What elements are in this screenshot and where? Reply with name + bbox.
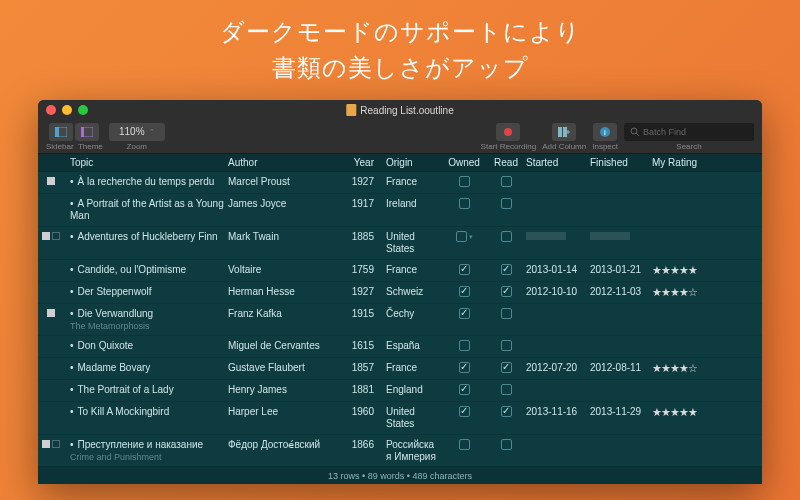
table-row[interactable]: To Kill A MockingbirdHarper Lee1960Unite… [38, 402, 762, 435]
owned-checkbox[interactable] [459, 176, 470, 187]
started-cell: 2013-11-16 [526, 406, 590, 417]
rating-cell[interactable]: ★★★★☆ [652, 286, 742, 299]
drag-handle-icon [42, 440, 50, 448]
read-checkbox[interactable] [501, 406, 512, 417]
year-cell: 1915 [344, 308, 380, 319]
read-checkbox[interactable] [501, 176, 512, 187]
read-checkbox[interactable] [501, 264, 512, 275]
owned-checkbox[interactable] [459, 286, 470, 297]
theme-button[interactable] [75, 123, 99, 141]
close-icon[interactable] [46, 105, 56, 115]
table-row[interactable]: Der SteppenwolfHerman Hesse1927Schweiz20… [38, 282, 762, 304]
rating-cell[interactable]: ★★★★★ [652, 406, 742, 419]
zoom-window-icon[interactable] [78, 105, 88, 115]
col-author[interactable]: Author [228, 157, 344, 168]
search-label: Search [676, 142, 701, 151]
minimize-icon[interactable] [62, 105, 72, 115]
titlebar: Reading List.ooutline [38, 100, 762, 120]
row-handle[interactable] [38, 439, 64, 448]
read-checkbox[interactable] [501, 439, 512, 450]
row-handle[interactable] [38, 308, 64, 317]
add-column-button[interactable] [552, 123, 576, 141]
year-cell: 1885 [344, 231, 380, 242]
col-read[interactable]: Read [486, 157, 526, 168]
table-row[interactable]: The Portrait of a LadyHenry James1881Eng… [38, 380, 762, 402]
owned-checkbox[interactable] [459, 362, 470, 373]
year-cell: 1960 [344, 406, 380, 417]
row-handle[interactable] [38, 231, 64, 240]
zoom-label: Zoom [127, 142, 147, 151]
read-checkbox[interactable] [501, 198, 512, 209]
note-handle-icon [52, 232, 60, 240]
inspect-button[interactable]: i [593, 123, 617, 141]
col-started[interactable]: Started [526, 157, 590, 168]
svg-rect-1 [55, 127, 59, 137]
owned-checkbox[interactable] [459, 340, 470, 351]
search-input[interactable]: Batch Find [624, 123, 754, 141]
table-row[interactable]: Don QuixoteMiguel de Cervantes1615España [38, 336, 762, 358]
table-row[interactable]: À la recherche du temps perduMarcel Prou… [38, 172, 762, 194]
svg-rect-3 [81, 127, 84, 137]
origin-cell: España [380, 340, 442, 352]
col-year[interactable]: Year [344, 157, 380, 168]
topic-cell: The Portrait of a Lady [70, 384, 228, 396]
row-handle[interactable] [38, 384, 64, 385]
svg-line-12 [636, 133, 639, 136]
read-checkbox[interactable] [501, 384, 512, 395]
table-row[interactable]: A Portrait of the Artist as a Young ManJ… [38, 194, 762, 227]
owned-checkbox[interactable] [459, 406, 470, 417]
read-checkbox[interactable] [501, 308, 512, 319]
start-recording-button[interactable] [496, 123, 520, 141]
author-cell: Gustave Flaubert [228, 362, 344, 373]
col-topic[interactable]: Topic [64, 157, 228, 168]
owned-checkbox[interactable] [459, 264, 470, 275]
owned-checkbox[interactable] [459, 198, 470, 209]
origin-cell: United States [380, 231, 442, 255]
read-checkbox[interactable] [501, 286, 512, 297]
chevron-down-icon[interactable]: ▾ [469, 233, 473, 241]
search-placeholder: Batch Find [643, 127, 686, 137]
read-checkbox[interactable] [501, 231, 512, 242]
owned-checkbox[interactable] [459, 384, 470, 395]
rating-cell[interactable]: ★★★★☆ [652, 362, 742, 375]
row-handle[interactable] [38, 176, 64, 185]
author-cell: James Joyce [228, 198, 344, 209]
table-row[interactable]: Die VerwandlungThe MetamorphosisFranz Ka… [38, 304, 762, 336]
year-cell: 1759 [344, 264, 380, 275]
zoom-selector[interactable]: 110%⌃ [109, 123, 165, 141]
origin-cell: England [380, 384, 442, 396]
col-origin[interactable]: Origin [380, 157, 442, 168]
finished-cell: 2013-11-29 [590, 406, 652, 417]
row-handle[interactable] [38, 406, 64, 407]
rating-cell[interactable]: ★★★★★ [652, 264, 742, 277]
add-column-label: Add Column [542, 142, 586, 151]
read-checkbox[interactable] [501, 362, 512, 373]
finished-cell: 2012-11-03 [590, 286, 652, 297]
author-cell: Mark Twain [228, 231, 344, 242]
table-row[interactable]: Преступление и наказаниеCrime and Punish… [38, 435, 762, 466]
row-handle[interactable] [38, 198, 64, 199]
owned-checkbox[interactable] [459, 439, 470, 450]
col-finished[interactable]: Finished [590, 157, 652, 168]
col-owned[interactable]: Owned [442, 157, 486, 168]
row-handle[interactable] [38, 264, 64, 265]
read-checkbox[interactable] [501, 340, 512, 351]
topic-cell: Adventures of Huckleberry Finn [70, 231, 228, 243]
table-row[interactable]: Candide, ou l'OptimismeVoltaire1759Franc… [38, 260, 762, 282]
started-cell: 2012-07-20 [526, 362, 590, 373]
owned-checkbox[interactable] [456, 231, 467, 242]
col-rating[interactable]: My Rating [652, 157, 742, 168]
table-row[interactable]: Adventures of Huckleberry FinnMark Twain… [38, 227, 762, 260]
author-cell: Henry James [228, 384, 344, 395]
year-cell: 1927 [344, 176, 380, 187]
table-row[interactable]: Madame BovaryGustave Flaubert1857France2… [38, 358, 762, 380]
year-cell: 1917 [344, 198, 380, 209]
row-handle[interactable] [38, 340, 64, 341]
sidebar-toggle-button[interactable] [49, 123, 73, 141]
finished-cell [590, 231, 652, 242]
year-cell: 1866 [344, 439, 380, 450]
inspect-label: Inspect [592, 142, 618, 151]
owned-checkbox[interactable] [459, 308, 470, 319]
row-handle[interactable] [38, 286, 64, 287]
row-handle[interactable] [38, 362, 64, 363]
